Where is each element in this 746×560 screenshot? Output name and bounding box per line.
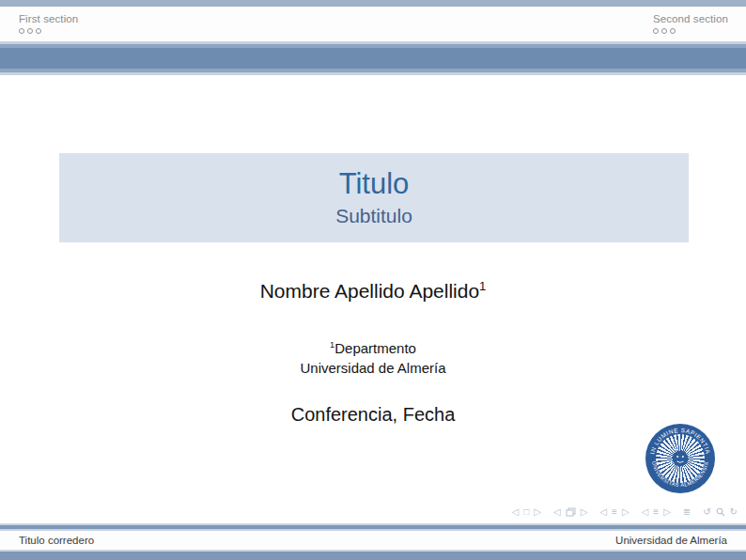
nav-dot[interactable] (661, 28, 667, 34)
header-band (0, 41, 746, 75)
footer: Titulo corredero Universidad de Almería (0, 522, 746, 560)
nav-dot[interactable] (670, 28, 676, 34)
footer-separator-bar (0, 522, 746, 531)
nav-appendix-group: ≣ (683, 506, 691, 518)
nav-subsection-icon[interactable]: ≡ (612, 506, 617, 518)
nav-next-frame-icon[interactable]: ▷ (581, 506, 588, 518)
footer-bottom-bar (0, 550, 746, 560)
logo-face-eye (682, 456, 684, 458)
nav-next-section-icon[interactable]: ▷ (663, 506, 671, 518)
section-first-label[interactable]: First section (19, 12, 78, 25)
nav-history-group: ↺ ↻ (703, 506, 738, 518)
author-name-text: Nombre Apellido Apellido (260, 280, 479, 302)
top-bar (0, 0, 746, 7)
institute-department: 1Departmento (0, 338, 746, 358)
footer-short-title: Titulo corredero (19, 535, 94, 546)
nav-subsection-group: ◁ ≡ ▷ (599, 506, 629, 518)
university-logo: IN LUMINE SAPIENTIA UNIVERSITAS ALMERIEN… (645, 424, 715, 493)
nav-prev-section-icon[interactable]: ◁ (642, 506, 649, 518)
logo-text-top: IN LUMINE SAPIENTIA (648, 427, 711, 455)
nav-next-slide-icon[interactable]: ▷ (534, 506, 541, 518)
logo-sun-face (673, 451, 689, 467)
section-first[interactable]: First section (19, 12, 78, 34)
logo-seal-icon: IN LUMINE SAPIENTIA UNIVERSITAS ALMERIEN… (645, 424, 715, 493)
nav-dot[interactable] (36, 28, 41, 34)
section-first-dots (19, 28, 78, 34)
author-name: Nombre Apellido Apellido1 (0, 280, 746, 303)
nav-section-group: ◁ ≡ ▷ (642, 506, 671, 518)
magnifier-icon[interactable] (716, 507, 725, 517)
slide-subtitle: Subtitulo (335, 206, 412, 226)
nav-frame-icon[interactable]: □ (523, 506, 529, 518)
beamer-slide: First section Second section Titulo Subt… (0, 0, 746, 560)
section-second[interactable]: Second section (653, 12, 728, 34)
nav-appendix-icon[interactable]: ≣ (683, 506, 691, 518)
nav-dot[interactable] (27, 28, 33, 34)
nav-prev-frame-icon[interactable]: ◁ (553, 506, 561, 518)
institute-university: Universidad de Almería (0, 358, 746, 378)
nav-frame-group: ◁ ▷ (553, 506, 587, 518)
institute-department-text: Departmento (334, 340, 416, 356)
footer-strip: Titulo corredero Universidad de Almería (0, 531, 746, 550)
slide-title: Titulo (339, 169, 410, 199)
nav-prev-slide-icon[interactable]: ◁ (511, 506, 519, 518)
frame-overlay-icon[interactable] (566, 507, 576, 517)
section-second-label[interactable]: Second section (653, 12, 728, 25)
nav-slide-group: ◁ □ ▷ (511, 506, 540, 518)
svg-text:IN LUMINE SAPIENTIA: IN LUMINE SAPIENTIA (648, 427, 711, 455)
logo-face-eye (676, 456, 678, 458)
header-nav: First section Second section (0, 7, 746, 41)
institute-block: 1Departmento Universidad de Almería (0, 338, 746, 378)
nav-prev-subsection-icon[interactable]: ◁ (599, 506, 607, 518)
nav-dot[interactable] (653, 28, 659, 34)
nav-section-icon[interactable]: ≡ (653, 506, 659, 518)
section-second-dots (653, 28, 728, 34)
title-block: Titulo Subtitulo (59, 153, 689, 242)
conference-date: Conferencia, Fecha (0, 404, 746, 426)
beamer-nav-bar: ◁ □ ▷ ◁ ▷ ◁ ≡ ▷ ◁ ≡ ▷ ≣ ↺ (511, 506, 738, 519)
nav-forward-icon[interactable]: ↻ (730, 506, 738, 518)
footer-institution: Universidad de Almería (615, 535, 727, 546)
author-footnote-marker: 1 (479, 279, 486, 293)
nav-next-subsection-icon[interactable]: ▷ (622, 506, 629, 518)
nav-dot[interactable] (19, 28, 24, 34)
nav-back-icon[interactable]: ↺ (703, 506, 710, 518)
